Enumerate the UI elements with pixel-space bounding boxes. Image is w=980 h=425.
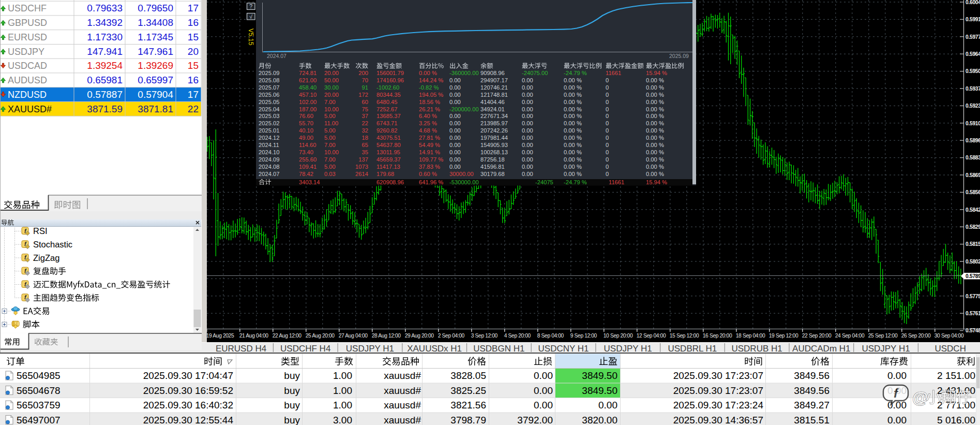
svg-text:194.05 %: 194.05 % bbox=[419, 92, 443, 98]
svg-text:10 Sep 20:00: 10 Sep 20:00 bbox=[604, 333, 633, 339]
svg-text:641.96 %: 641.96 % bbox=[419, 179, 443, 185]
svg-text:2025.01: 2025.01 bbox=[259, 127, 279, 134]
svg-text:0.00: 0.00 bbox=[449, 164, 461, 170]
svg-text:2024.11: 2024.11 bbox=[259, 142, 279, 148]
svg-text:40.10: 40.10 bbox=[299, 127, 313, 134]
svg-text:0.5856: 0.5856 bbox=[966, 189, 980, 195]
svg-text:30 Sep 04:00: 30 Sep 04:00 bbox=[934, 333, 964, 339]
svg-text:0.00 %: 0.00 % bbox=[646, 127, 664, 134]
svg-text:2025.05: 2025.05 bbox=[259, 99, 279, 105]
svg-text:458.40: 458.40 bbox=[299, 84, 316, 91]
svg-text:255.60: 255.60 bbox=[299, 156, 316, 163]
svg-text:90908.96: 90908.96 bbox=[480, 70, 505, 76]
svg-text:0.00 %: 0.00 % bbox=[646, 84, 664, 91]
svg-text:0.00 %: 0.00 % bbox=[646, 142, 664, 148]
svg-text:3792.00: 3792.00 bbox=[517, 415, 553, 425]
svg-text:15: 15 bbox=[188, 60, 199, 71]
svg-text:50.00: 50.00 bbox=[324, 77, 339, 83]
svg-text:16 Sep 20:00: 16 Sep 20:00 bbox=[703, 333, 732, 339]
svg-text:0.5937: 0.5937 bbox=[966, 86, 980, 92]
svg-text:10.00: 10.00 bbox=[324, 106, 339, 112]
svg-text:0.00 %: 0.00 % bbox=[564, 106, 582, 112]
svg-text:207242.26: 207242.26 bbox=[480, 127, 508, 134]
svg-text:620908.96: 620908.96 bbox=[376, 179, 404, 185]
svg-text:2025.09.30 16:59:52: 2025.09.30 16:59:52 bbox=[143, 385, 233, 396]
svg-text:0: 0 bbox=[606, 171, 609, 177]
svg-text:2025.09.30 16:40:32: 2025.09.30 16:40:32 bbox=[143, 400, 233, 411]
svg-text:0.00: 0.00 bbox=[449, 84, 461, 91]
svg-text:187.00: 187.00 bbox=[299, 106, 316, 112]
svg-text:0.00: 0.00 bbox=[449, 135, 461, 141]
svg-text:0.00 %: 0.00 % bbox=[646, 106, 664, 112]
svg-text:56504678: 56504678 bbox=[17, 385, 61, 396]
svg-text:28 Aug 12:00: 28 Aug 12:00 bbox=[372, 333, 401, 339]
svg-text:30.00: 30.00 bbox=[324, 84, 339, 91]
svg-text:?: ? bbox=[249, 3, 252, 9]
svg-text:109.41: 109.41 bbox=[299, 164, 316, 170]
svg-text:120746.21: 120746.21 bbox=[480, 84, 508, 91]
svg-text:1.00: 1.00 bbox=[333, 370, 352, 381]
svg-text:7252.67: 7252.67 bbox=[376, 106, 397, 112]
svg-text:buy: buy bbox=[284, 385, 300, 396]
svg-text:0.00: 0.00 bbox=[449, 92, 461, 98]
svg-text:37: 37 bbox=[362, 113, 368, 119]
svg-text:0: 0 bbox=[606, 149, 609, 155]
svg-text:3871.59: 3871.59 bbox=[87, 104, 123, 114]
svg-text:0.00: 0.00 bbox=[522, 171, 533, 177]
svg-text:USDCH: USDCH bbox=[934, 344, 966, 354]
svg-text:0.00: 0.00 bbox=[598, 400, 617, 411]
svg-text:144.24 %: 144.24 % bbox=[419, 77, 443, 83]
svg-text:3403.14: 3403.14 bbox=[299, 179, 320, 185]
svg-text:0: 0 bbox=[606, 142, 609, 148]
svg-text:27 Aug 04:00: 27 Aug 04:00 bbox=[339, 333, 368, 339]
svg-text:USDCNY H1: USDCNY H1 bbox=[538, 344, 589, 354]
svg-text:11661: 11661 bbox=[606, 70, 621, 76]
svg-text:10.00: 10.00 bbox=[324, 149, 339, 155]
svg-text:0.00: 0.00 bbox=[449, 99, 461, 105]
svg-text:27.81 %: 27.81 % bbox=[419, 135, 440, 141]
svg-text:30000.00: 30000.00 bbox=[449, 171, 474, 177]
svg-text:29 Aug 20:00: 29 Aug 20:00 bbox=[405, 333, 434, 339]
svg-text:2024.08: 2024.08 bbox=[259, 164, 279, 170]
svg-text:0.5977: 0.5977 bbox=[966, 34, 980, 40]
svg-text:xauusd#: xauusd# bbox=[384, 400, 421, 411]
svg-text:32: 32 bbox=[362, 127, 368, 134]
svg-text:0.00 %: 0.00 % bbox=[564, 99, 582, 105]
svg-text:14.91 %: 14.91 % bbox=[419, 149, 440, 155]
svg-text:0.5815: 0.5815 bbox=[966, 241, 980, 247]
svg-text:-24075.00: -24075.00 bbox=[522, 70, 548, 76]
svg-text:0.00: 0.00 bbox=[522, 127, 533, 134]
svg-text:100268.13: 100268.13 bbox=[480, 149, 508, 155]
svg-text:0: 0 bbox=[606, 92, 609, 98]
svg-text:0: 0 bbox=[606, 84, 609, 91]
svg-text:0.00 %: 0.00 % bbox=[564, 113, 582, 119]
svg-text:0: 0 bbox=[606, 127, 609, 134]
svg-text:3849.50: 3849.50 bbox=[582, 370, 617, 381]
svg-text:156001.79: 156001.79 bbox=[376, 70, 404, 76]
svg-text:0.00: 0.00 bbox=[522, 92, 533, 98]
svg-text:34924.01: 34924.01 bbox=[480, 106, 505, 112]
svg-text:0.00 %: 0.00 % bbox=[564, 164, 582, 170]
svg-text:19 Aug 2025: 19 Aug 2025 bbox=[206, 333, 234, 339]
svg-text:USDCAD: USDCAD bbox=[8, 61, 47, 71]
svg-text:15.94 %: 15.94 % bbox=[646, 70, 667, 76]
svg-text:41596.81: 41596.81 bbox=[480, 164, 505, 170]
svg-text:4.68 %: 4.68 % bbox=[419, 127, 437, 134]
svg-text:2025.08: 2025.08 bbox=[259, 77, 279, 83]
svg-text:17: 17 bbox=[188, 3, 199, 13]
svg-text:USDCHF H4: USDCHF H4 bbox=[280, 344, 330, 354]
svg-text:5.00: 5.00 bbox=[324, 127, 336, 134]
svg-text:70: 70 bbox=[362, 77, 368, 83]
svg-text:2024.10: 2024.10 bbox=[259, 149, 279, 155]
svg-text:147.941: 147.941 bbox=[87, 46, 123, 57]
svg-text:2025.04: 2025.04 bbox=[259, 106, 279, 112]
svg-text:22 Aug 12:00: 22 Aug 12:00 bbox=[273, 333, 302, 339]
svg-text:6.40 %: 6.40 % bbox=[419, 113, 437, 119]
svg-text:21 Aug 04:00: 21 Aug 04:00 bbox=[239, 333, 269, 339]
svg-text:USDCHF: USDCHF bbox=[8, 3, 47, 13]
svg-text:NZDUSD: NZDUSD bbox=[8, 90, 47, 100]
svg-text:5.00: 5.00 bbox=[324, 135, 336, 141]
svg-text:GBPUSD: GBPUSD bbox=[8, 18, 47, 28]
svg-text:11661: 11661 bbox=[609, 179, 624, 185]
svg-text:0.00: 0.00 bbox=[522, 99, 533, 105]
